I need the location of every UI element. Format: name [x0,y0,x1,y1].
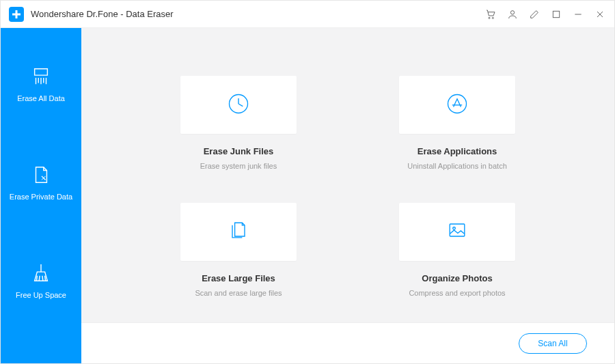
svg-point-3 [492,17,493,18]
app-title: Wondershare Dr.Fone - Data Eraser [31,9,174,19]
card-title: Erase Large Files [202,273,275,283]
card-desc: Scan and erase large files [195,289,282,297]
card-erase-applications: Erase Applications Uninstall Application… [382,76,532,182]
card-tile[interactable] [180,203,297,261]
scan-all-button[interactable]: Scan All [519,333,587,354]
sidebar-item-free-up-space[interactable]: Free Up Space [16,262,66,299]
sidebar-item-label: Erase Private Data [10,193,72,201]
svg-point-4 [510,10,514,14]
edit-icon[interactable] [528,8,541,20]
card-title: Erase Applications [418,146,497,156]
card-tile[interactable] [180,76,297,134]
sidebar-item-erase-all-data[interactable]: Erase All Data [17,66,65,102]
cards-grid: Erase Junk Files Erase system junk files… [81,28,614,322]
card-tile[interactable] [399,76,515,134]
svg-line-17 [42,276,43,281]
card-tile[interactable] [399,203,515,261]
svg-rect-1 [12,13,20,15]
titlebar: Wondershare Dr.Fone - Data Eraser [1,1,614,28]
broom-icon [30,262,52,284]
photo-icon [445,218,469,245]
svg-point-22 [448,94,467,113]
svg-line-15 [36,276,37,281]
sidebar-item-erase-private-data[interactable]: Erase Private Data [10,164,72,201]
cart-icon[interactable] [484,8,497,20]
svg-line-18 [45,276,46,281]
files-icon [226,218,251,245]
document-icon [30,164,52,186]
account-icon[interactable] [506,8,519,20]
svg-rect-24 [450,224,465,236]
svg-line-21 [238,104,243,107]
card-desc: Erase system junk files [200,162,277,170]
card-desc: Compress and export photos [409,289,505,297]
main-content: Erase Junk Files Erase system junk files… [81,28,614,363]
app-logo [9,7,24,22]
svg-point-2 [489,17,490,18]
sidebar-item-label: Free Up Space [16,291,66,299]
clock-icon [226,92,251,119]
svg-line-16 [39,276,40,281]
footer: Scan All [81,322,614,363]
card-title: Organize Photos [422,273,492,283]
body: Erase All Data Erase Private Data Free U… [1,28,614,363]
card-organize-photos: Organize Photos Compress and export phot… [382,203,532,309]
minimize-icon[interactable] [572,8,584,20]
sidebar: Erase All Data Erase Private Data Free U… [1,28,81,363]
card-desc: Uninstall Applications in batch [407,162,507,170]
sidebar-item-label: Erase All Data [17,94,65,102]
card-erase-junk-files: Erase Junk Files Erase system junk files [163,76,314,182]
svg-rect-5 [553,11,559,17]
app-window: Wondershare Dr.Fone - Data Eraser [0,0,615,364]
titlebar-controls [484,8,606,20]
svg-point-25 [453,227,456,230]
card-erase-large-files: Erase Large Files Scan and erase large f… [163,203,314,309]
close-icon[interactable] [594,8,606,20]
square-icon[interactable] [550,8,562,20]
shredder-icon [30,66,52,87]
appstore-icon [445,92,469,119]
card-title: Erase Junk Files [204,146,274,156]
